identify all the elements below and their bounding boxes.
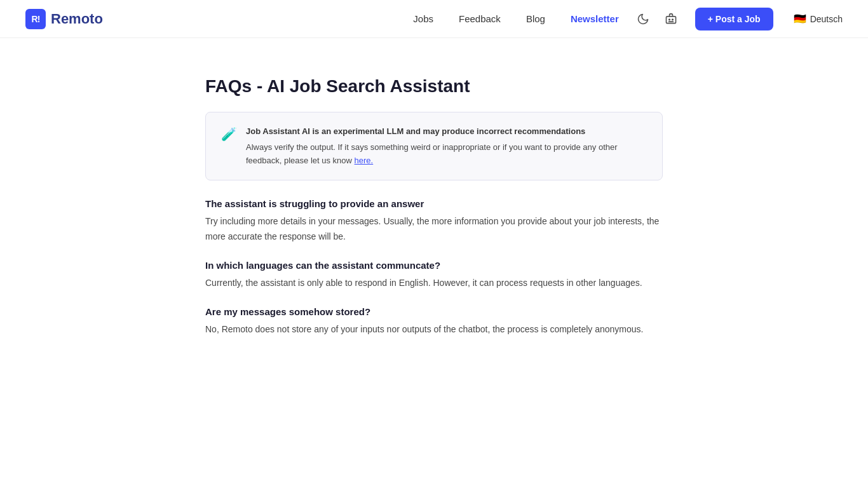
language-selector[interactable]: 🇩🇪 Deutsch xyxy=(794,13,843,25)
nav-blog[interactable]: Blog xyxy=(526,13,545,24)
faq-answer-3: No, Remoto does not store any of your in… xyxy=(205,322,663,337)
post-job-button[interactable]: + Post a Job xyxy=(695,8,773,30)
main-content: FAQs - AI Job Search Assistant 🧪 Job Ass… xyxy=(180,76,688,337)
notice-text: Job Assistant AI is an experimental LLM … xyxy=(246,125,647,167)
faq-item-1: The assistant is struggling to provide a… xyxy=(205,198,663,245)
lang-flag: 🇩🇪 xyxy=(794,13,806,25)
ai-assistant-icon[interactable] xyxy=(662,10,680,28)
svg-rect-0 xyxy=(666,16,675,23)
logo-link[interactable]: R! Remoto xyxy=(25,9,103,29)
dark-mode-toggle[interactable] xyxy=(634,10,652,28)
flask-icon: 🧪 xyxy=(221,126,237,142)
nav-jobs[interactable]: Jobs xyxy=(413,13,433,24)
notice-title: Job Assistant AI is an experimental LLM … xyxy=(246,125,647,139)
nav-icons: + Post a Job 🇩🇪 Deutsch xyxy=(634,8,843,30)
logo-text: Remoto xyxy=(51,11,103,27)
faq-answer-2: Currently, the assistant is only able to… xyxy=(205,276,663,291)
navbar: R! Remoto Jobs Feedback Blog Newsletter … xyxy=(0,0,868,38)
lang-label: Deutsch xyxy=(810,14,843,24)
faq-question-2: In which languages can the assistant com… xyxy=(205,260,663,271)
notice-body: Always verify the output. If it says som… xyxy=(246,142,618,165)
page-title: FAQs - AI Job Search Assistant xyxy=(205,76,663,97)
nav-newsletter[interactable]: Newsletter xyxy=(571,13,619,24)
nav-feedback[interactable]: Feedback xyxy=(459,13,501,24)
faq-item-2: In which languages can the assistant com… xyxy=(205,260,663,291)
logo-icon: R! xyxy=(25,9,46,29)
faq-item-3: Are my messages somehow stored? No, Remo… xyxy=(205,306,663,337)
faq-section: The assistant is struggling to provide a… xyxy=(205,198,663,337)
svg-point-2 xyxy=(672,19,673,20)
svg-point-1 xyxy=(668,19,670,20)
faq-answer-1: Try including more details in your messa… xyxy=(205,214,663,245)
faq-question-3: Are my messages somehow stored? xyxy=(205,306,663,317)
notice-box: 🧪 Job Assistant AI is an experimental LL… xyxy=(205,112,663,180)
nav-links: Jobs Feedback Blog Newsletter xyxy=(413,13,618,24)
faq-question-1: The assistant is struggling to provide a… xyxy=(205,198,663,209)
notice-link[interactable]: here. xyxy=(355,156,374,165)
